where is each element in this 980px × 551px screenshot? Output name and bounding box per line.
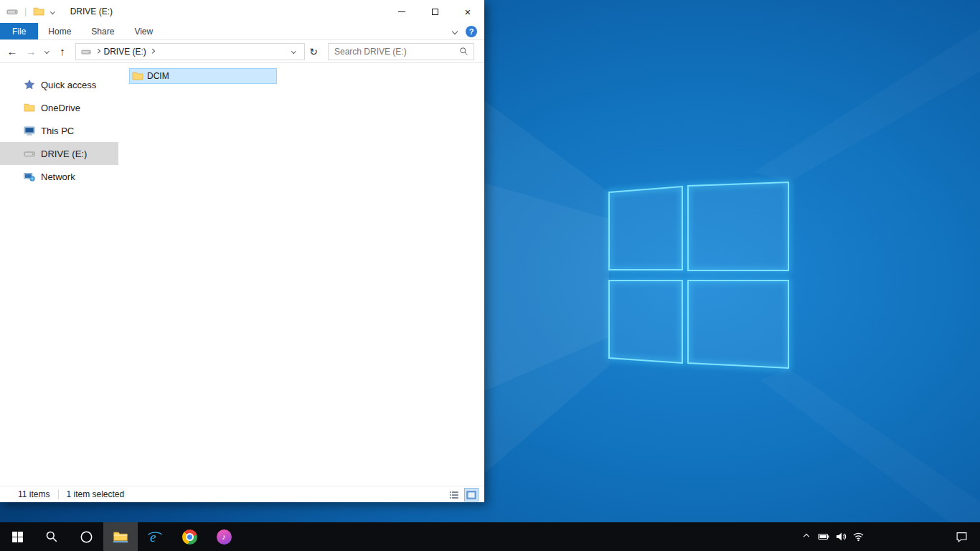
folder-icon [132,70,143,82]
sidebar-item-label: DRIVE (E:) [41,149,87,159]
close-button[interactable]: × [451,0,484,23]
action-center-icon [956,531,968,543]
taskbar: e ♪ [0,522,980,551]
ribbon-tabs: File Home Share View ? [0,23,484,40]
sidebar-item-this-pc[interactable]: This PC [0,119,118,142]
maximize-icon [432,9,438,15]
drive-icon [80,46,92,57]
volume-icon [835,531,847,542]
start-button[interactable] [0,522,34,551]
sidebar-item-label: OneDrive [41,103,80,113]
cortana-icon [80,530,93,544]
file-list[interactable]: DCIM [118,63,484,486]
network-button[interactable] [849,522,867,551]
wifi-icon [852,531,864,542]
breadcrumb-location[interactable]: DRIVE (E:) [104,47,146,57]
search-button[interactable] [34,522,69,551]
window-controls: × [385,0,484,23]
status-separator [58,489,59,499]
navigation-pane: Quick access OneDrive This PC [0,63,118,486]
chrome-button[interactable] [172,522,207,551]
tab-file[interactable]: File [0,23,38,39]
quick-access-toolbar: | [0,6,55,17]
search-box[interactable] [328,43,474,60]
drive-icon [6,6,18,17]
minimize-button[interactable] [385,0,418,23]
customize-toolbar-chevron-icon[interactable] [50,9,55,14]
title-bar[interactable]: | DRIVE (E:) × [0,0,484,23]
computer-icon [24,125,35,136]
tab-home[interactable]: Home [38,23,81,39]
icons-view-button[interactable] [464,488,479,501]
internet-explorer-button[interactable]: e [138,522,172,551]
file-item-dcim[interactable]: DCIM [129,68,277,84]
breadcrumb-chevron-icon[interactable] [150,49,154,53]
refresh-button[interactable]: ↻ [305,43,322,60]
navigation-bar: ← → ↑ DRIVE (E:) ↻ [0,40,484,63]
sidebar-item-label: This PC [41,126,74,136]
search-icon [459,47,468,56]
chevron-down-icon [291,49,296,53]
expand-ribbon-chevron-icon[interactable] [452,28,458,34]
desktop: | DRIVE (E:) × File Home Share View ? [0,0,980,551]
items-count: 11 items [18,489,50,499]
minimize-icon [398,11,405,12]
address-dropdown-button[interactable] [287,50,300,53]
system-tray [798,522,867,551]
tab-share[interactable]: Share [81,23,124,39]
cortana-button[interactable] [69,522,103,551]
sidebar-item-label: Network [41,171,75,182]
battery-icon [818,531,829,542]
selection-count: 1 item selected [66,489,124,499]
itunes-icon: ♪ [217,529,232,545]
file-explorer-window: | DRIVE (E:) × File Home Share View ? [0,0,484,502]
details-view-icon [449,490,459,500]
folder-icon[interactable] [33,6,44,17]
search-icon [45,530,58,543]
battery-button[interactable] [815,522,832,551]
help-icon[interactable]: ? [466,26,477,37]
address-bar[interactable]: DRIVE (E:) [75,43,305,60]
star-icon [24,79,35,90]
sidebar-item-label: Quick access [41,80,96,90]
volume-button[interactable] [832,522,849,551]
up-button[interactable]: ↑ [53,42,72,61]
chrome-icon [182,529,197,545]
itunes-button[interactable]: ♪ [207,522,241,551]
drive-icon [24,148,35,159]
window-title: DRIVE (E:) [70,6,113,17]
file-explorer-icon [113,529,128,545]
file-name: DCIM [147,71,169,81]
details-view-button[interactable] [447,488,461,501]
status-bar: 11 items 1 item selected [0,486,484,502]
ie-letter: e [150,529,156,545]
icons-view-icon [466,490,476,500]
folder-icon [24,102,35,113]
search-input[interactable] [329,47,459,57]
toolbar-separator: | [24,6,27,17]
chevron-down-icon [44,49,49,53]
windows-start-icon [11,531,24,543]
forward-button[interactable]: → [22,42,40,61]
hidden-icons-button[interactable] [798,522,815,551]
chevron-up-icon [804,534,809,540]
back-button[interactable]: ← [3,42,22,61]
network-icon [24,171,35,182]
recent-locations-button[interactable] [40,42,53,61]
tab-view[interactable]: View [124,23,163,39]
internet-explorer-icon: e [147,529,163,545]
file-explorer-button[interactable] [103,522,138,551]
sidebar-item-onedrive[interactable]: OneDrive [0,96,118,119]
maximize-button[interactable] [418,0,451,23]
sidebar-item-network[interactable]: Network [0,165,118,188]
sidebar-item-drive-e[interactable]: DRIVE (E:) [0,142,118,165]
action-center-button[interactable] [946,522,977,551]
breadcrumb-chevron-icon[interactable] [95,49,100,53]
sidebar-item-quick-access[interactable]: Quick access [0,73,118,96]
